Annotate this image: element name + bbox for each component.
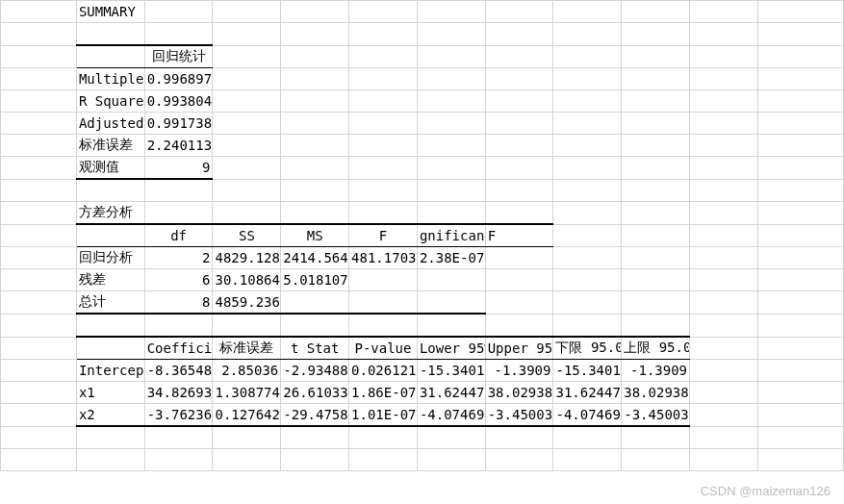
coef-intercept-row: Intercept -8.36548 2.85036 -2.93488 0.02… <box>1 360 844 382</box>
regstat-header-row: 回归统计 <box>1 45 844 68</box>
anova-res-row: 残差 6 30.10864 5.018107 <box>1 269 844 291</box>
anova-header-row: 方差分析 <box>1 202 844 225</box>
obs-label: 观测值 <box>76 157 144 180</box>
anova-tot-row: 总计 8 4859.236 <box>1 291 844 315</box>
table-row: 观测值 9 <box>1 157 844 180</box>
col-sigf: gnificance <box>417 224 485 247</box>
col-df: df <box>144 224 213 247</box>
r-square-value: 0.993804 <box>144 90 213 113</box>
r-square-label: R Square <box>76 90 144 113</box>
obs-value: 9 <box>144 157 213 180</box>
stderr-label: 标准误差 <box>76 135 144 157</box>
adjusted-label: Adjusted <box>76 113 144 135</box>
table-row: 标准误差 2.240113 <box>1 135 844 157</box>
table-row: Adjusted 0.991738 <box>1 113 844 135</box>
watermark-text: CSDN @maizeman126 <box>701 484 831 498</box>
spreadsheet-grid: SUMMARY OUTPUT 回归统计 Multiple 0.996897 R … <box>0 0 844 471</box>
coef-col-row: Coefficien 标准误差 t Stat P-value Lower 95%… <box>1 337 844 360</box>
col-ms: MS <box>281 224 349 247</box>
summary-title: SUMMARY OUTPUT <box>76 1 144 23</box>
col-f: F <box>349 224 418 247</box>
coef-x1-row: x1 34.82693 1.308774 26.61033 1.86E-07 3… <box>1 382 844 404</box>
anova-header: 方差分析 <box>76 202 144 225</box>
col-sigf-tail: F <box>485 224 553 247</box>
coef-x2-row: x2 -3.76236 0.127642 -29.4758 1.01E-07 -… <box>1 404 844 427</box>
regstat-header <box>76 45 144 68</box>
table-row: Multiple 0.996897 <box>1 68 844 90</box>
anova-res-label: 残差 <box>76 269 144 291</box>
anova-col-row: df SS MS F gnificance F <box>1 224 844 247</box>
table-row: R Square 0.993804 <box>1 90 844 113</box>
adjusted-value: 0.991738 <box>144 113 213 135</box>
col-ss: SS <box>213 224 281 247</box>
stderr-value: 2.240113 <box>144 135 213 157</box>
multiple-r-value: 0.996897 <box>144 68 213 90</box>
anova-reg-row: 回归分析 2 4829.128 2414.564 481.1703 2.38E-… <box>1 247 844 269</box>
multiple-r-label: Multiple <box>76 68 144 90</box>
anova-tot-label: 总计 <box>76 291 144 315</box>
table-row: SUMMARY OUTPUT <box>1 1 844 23</box>
anova-reg-label: 回归分析 <box>76 247 144 269</box>
regstat-header-b: 回归统计 <box>144 45 213 68</box>
